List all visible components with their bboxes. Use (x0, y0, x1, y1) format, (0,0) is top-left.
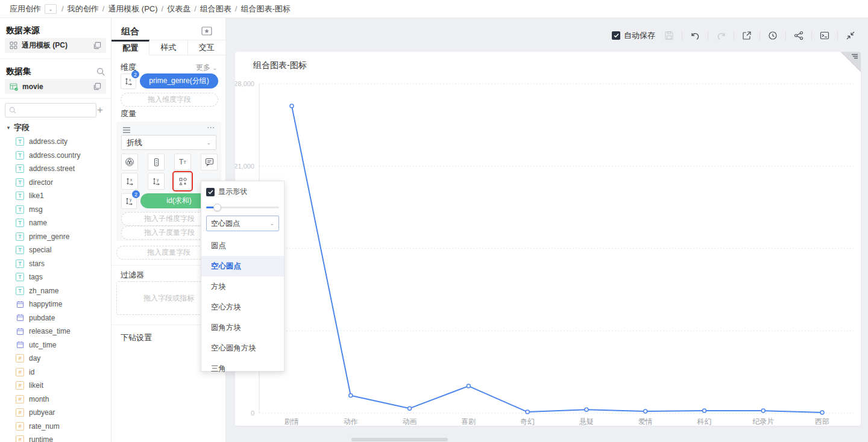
chart-type-select[interactable]: 折线 ⌄ (121, 135, 216, 150)
field-item[interactable]: release_time (0, 325, 112, 338)
field-search-input[interactable] (5, 103, 96, 117)
field-item[interactable]: pubdate (0, 311, 112, 325)
card-menu-icon[interactable] (851, 54, 858, 60)
field-item[interactable]: utc_time (0, 338, 112, 352)
field-item[interactable]: Taddress.street (0, 162, 112, 176)
save-button[interactable] (660, 28, 678, 43)
breadcrumb-item[interactable]: 应用创作 (10, 4, 41, 14)
shape-option[interactable]: 方块 (201, 276, 284, 297)
field-item[interactable]: Tzh_name (0, 284, 112, 298)
field-name: msg (29, 205, 43, 214)
string-field-icon: T (16, 232, 24, 241)
field-name: day (29, 354, 40, 363)
add-field-button[interactable]: + (94, 103, 106, 117)
field-item[interactable]: Tlike1 (0, 189, 112, 203)
field-item[interactable]: happytime (0, 297, 112, 311)
field-name: prime_genre (29, 232, 69, 241)
horizontal-scrollbar[interactable] (351, 438, 448, 441)
more-options-icon[interactable]: ⋯ (207, 123, 215, 132)
share-button[interactable] (790, 28, 808, 43)
breadcrumb-item[interactable]: 组合图表-图标 (241, 4, 290, 14)
field-item[interactable]: #month (0, 393, 112, 406)
field-item[interactable]: #id (0, 366, 112, 379)
number-field-icon: # (16, 408, 24, 417)
breadcrumb-item[interactable]: 仪表盘 (167, 4, 190, 14)
shape-type-select[interactable]: 空心圆点 ⌄ (206, 216, 279, 231)
breadcrumb-item[interactable]: 通用模板 (PC) (108, 4, 157, 14)
export-button[interactable] (738, 28, 756, 43)
datasource-item[interactable]: 通用模板 (PC) (5, 38, 106, 53)
field-name: tags (29, 273, 43, 281)
measure-axis-icon[interactable]: y 2 (121, 193, 137, 209)
field-name: happytime (29, 300, 62, 308)
chevron-down-icon[interactable]: ⌄ (45, 4, 57, 14)
field-name: name (29, 219, 47, 227)
field-item[interactable]: Tdirector (0, 176, 112, 190)
y-axis-settings-icon[interactable]: y (148, 173, 165, 190)
string-field-icon: T (16, 287, 24, 295)
show-shape-row[interactable]: 显示形状 (201, 181, 284, 197)
switch-datasource-icon[interactable] (93, 42, 101, 49)
field-item[interactable]: Taddress.country (0, 149, 112, 163)
color-settings-icon[interactable] (121, 154, 138, 170)
field-item[interactable]: #runtime (0, 433, 112, 442)
field-item[interactable]: Taddress.city (0, 135, 112, 149)
drop-dimension-zone[interactable]: 拖入维度字段 (121, 93, 218, 107)
x-axis-label: 悬疑 (579, 417, 594, 426)
search-icon[interactable] (96, 67, 105, 76)
fields-section-title[interactable]: ▼字段 (6, 122, 30, 133)
tab-配置[interactable]: 配置 (112, 40, 149, 55)
dimension-pill[interactable]: prime_genre(分组) (140, 73, 218, 89)
tab-样式[interactable]: 样式 (149, 40, 187, 55)
dataset-item[interactable]: movie (5, 79, 106, 94)
shape-option[interactable]: 三角 (201, 358, 284, 379)
collapse-button[interactable] (841, 28, 860, 43)
undo-button[interactable] (686, 28, 704, 43)
field-item[interactable]: Tname (0, 216, 112, 230)
favorite-card-icon[interactable] (201, 26, 212, 36)
text-settings-icon[interactable]: TT (174, 154, 191, 170)
tooltip-settings-icon[interactable] (201, 154, 218, 170)
field-item[interactable]: Tmsg (0, 203, 112, 217)
field-item[interactable]: #likeit (0, 379, 112, 393)
collapse-triangle-icon: ▼ (6, 125, 11, 131)
field-item[interactable]: Tprime_genre (0, 230, 112, 244)
shape-settings-icon[interactable] (174, 173, 191, 190)
field-item[interactable]: Ttags (0, 270, 112, 284)
field-item[interactable]: #pubyear (0, 406, 112, 420)
dataset-title: 数据集 (6, 66, 31, 77)
breadcrumb-item[interactable]: 我的创作 (68, 4, 99, 14)
redo-button[interactable] (712, 28, 730, 43)
x-axis-settings-icon[interactable]: x (121, 173, 138, 190)
date-field-icon (16, 300, 24, 308)
chart-card[interactable]: 组合图表-图标 07,00014,00021,00028,000剧情动作动画喜剧… (235, 52, 861, 426)
field-item[interactable]: #day (0, 352, 112, 366)
shape-option[interactable]: 空心圆点 (201, 256, 284, 276)
dimension-axis-icon[interactable]: x 2 (121, 73, 136, 89)
autosave-toggle[interactable]: 自动保存 (612, 30, 655, 41)
shape-option[interactable]: 空心方块 (201, 297, 284, 317)
slider-thumb[interactable] (213, 204, 221, 211)
shape-size-slider[interactable] (206, 204, 279, 211)
field-item[interactable]: Tspecial (0, 243, 112, 257)
breadcrumb-separator: / (235, 4, 237, 13)
shape-select-value: 空心圆点 (211, 219, 240, 229)
dataset-name: movie (22, 82, 93, 91)
field-item[interactable]: #rate_num (0, 420, 112, 434)
breadcrumb-item[interactable]: 组合图表 (200, 4, 231, 14)
string-field-icon: T (16, 178, 24, 187)
label-settings-icon[interactable] (148, 154, 165, 170)
terminal-button[interactable] (816, 28, 834, 43)
shape-option[interactable]: 圆点 (201, 235, 284, 256)
more-dropdown[interactable]: 更多 ⌄ (196, 63, 217, 73)
field-item[interactable]: Tstars (0, 257, 112, 271)
shape-option-list: 圆点空心圆点方块空心方块圆角方块空心圆角方块三角 (201, 235, 284, 379)
refresh-time-button[interactable] (764, 28, 782, 43)
shape-option[interactable]: 空心圆角方块 (201, 338, 284, 358)
switch-dataset-icon[interactable] (93, 82, 101, 90)
drag-handle-icon[interactable] (122, 126, 131, 134)
shape-option[interactable]: 圆角方块 (201, 317, 284, 338)
field-name: month (29, 395, 49, 403)
tab-交互[interactable]: 交互 (188, 40, 226, 55)
number-field-icon: # (16, 354, 24, 363)
